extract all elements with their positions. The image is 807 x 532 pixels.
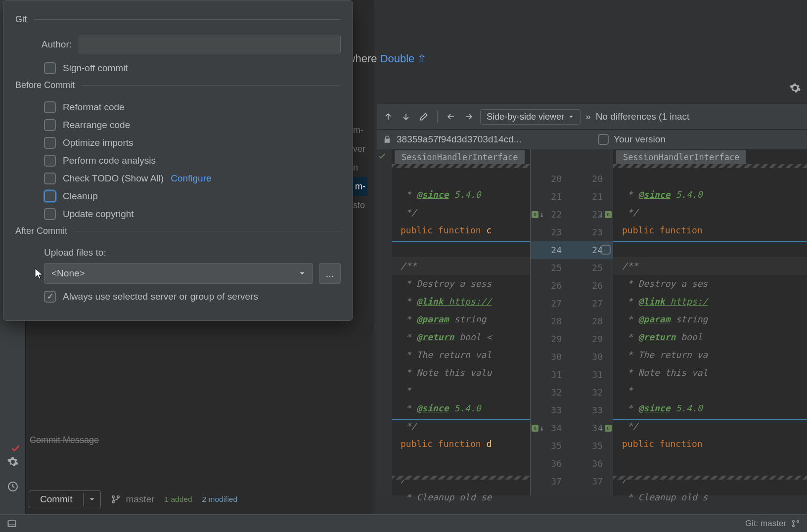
svg-rect-4 xyxy=(8,521,16,527)
diff-line-checkbox[interactable] xyxy=(601,245,611,255)
gutter-line: 23 xyxy=(572,223,613,241)
section-before: Before Commit xyxy=(15,80,341,90)
gear-icon[interactable] xyxy=(789,82,801,94)
viewer-mode-select[interactable]: Side-by-side viewer xyxy=(480,109,581,125)
left-tab[interactable]: SessionHandlerInterface xyxy=(395,150,525,164)
author-input[interactable] xyxy=(79,36,341,53)
code-line: * @link https:// xyxy=(392,293,530,310)
fold-indicator xyxy=(613,164,807,168)
reformat-checkbox[interactable] xyxy=(44,101,56,113)
gutter-line: 22o↓ xyxy=(572,206,613,223)
gutter-line: 37 xyxy=(572,473,613,490)
signoff-checkbox[interactable] xyxy=(44,62,56,74)
always-use-server-label: Always use selected server or group of s… xyxy=(63,291,258,302)
code-line: * Note this val xyxy=(613,364,807,382)
commit-button[interactable]: Commit xyxy=(29,490,101,508)
your-version-checkbox[interactable] xyxy=(598,134,609,145)
gutter-line: 35 xyxy=(572,437,613,455)
svg-point-2 xyxy=(112,501,114,503)
cleanup-label: Cleanup xyxy=(63,191,98,202)
gutter-line: 22o↓ xyxy=(531,206,572,223)
gutter-line: 34o↓ xyxy=(531,419,572,437)
arrow-right-icon[interactable] xyxy=(462,110,475,123)
always-use-server-checkbox[interactable] xyxy=(44,291,56,303)
analysis-checkbox[interactable] xyxy=(44,155,56,167)
code-line: */ xyxy=(392,204,530,222)
analysis-label: Perform code analysis xyxy=(63,155,156,166)
code-line xyxy=(613,453,807,471)
overflow-icon[interactable]: » xyxy=(585,111,591,122)
diff-status-text: No differences (1 inact xyxy=(596,111,690,122)
gutter-line: 25 xyxy=(572,259,613,277)
code-line: /** xyxy=(392,471,530,488)
cleanup-checkbox[interactable] xyxy=(44,190,56,202)
chevron-down-icon[interactable] xyxy=(83,493,100,506)
todo-label: Check TODO (Show All) xyxy=(63,173,164,184)
gutter-line: 21 xyxy=(531,188,572,206)
tool-window-icon[interactable] xyxy=(7,519,17,529)
right-gutter: 202122o↓232425262728293031323334o↓353637 xyxy=(572,149,613,495)
gutter-line: 37 xyxy=(531,473,572,490)
branch-icon[interactable] xyxy=(791,519,800,528)
code-line: * @param string xyxy=(613,310,807,328)
svg-point-6 xyxy=(793,525,795,527)
gutter-line: 32 xyxy=(531,384,572,401)
fold-indicator xyxy=(392,164,530,168)
edit-icon[interactable] xyxy=(417,110,430,123)
gutter-line: 25 xyxy=(531,259,572,277)
copyright-checkbox[interactable] xyxy=(44,208,56,220)
code-line: * Cleanup old s xyxy=(613,488,807,506)
left-check-gutter xyxy=(377,149,392,495)
code-line: * @since 5.4.0 xyxy=(392,186,530,204)
right-code-pane[interactable]: SessionHandlerInterface * @since 5.4.0 *… xyxy=(613,149,807,495)
todo-configure-link[interactable]: Configure xyxy=(171,173,211,184)
revision-hash: 38359a57f94d3d3703d14cd... xyxy=(397,134,522,145)
rearrange-label: Rearrange code xyxy=(63,120,130,131)
gutter-line: 31 xyxy=(531,366,572,384)
svg-point-3 xyxy=(117,496,119,498)
gutter-line: 30 xyxy=(572,348,613,366)
code-line: * @since 5.4.0 xyxy=(392,399,530,417)
arrow-down-icon[interactable] xyxy=(400,110,412,123)
git-status-label[interactable]: Git: master xyxy=(745,519,786,529)
code-line: * Destroy a sess xyxy=(392,275,530,293)
gutter-line: 30 xyxy=(531,348,572,366)
gutter-line: 32 xyxy=(572,384,613,401)
gutter-line: 20 xyxy=(572,170,613,188)
history-icon[interactable] xyxy=(7,481,19,492)
rearrange-checkbox[interactable] xyxy=(44,119,56,131)
code-line: * @since 5.4.0 xyxy=(613,399,807,417)
revision-row: 38359a57f94d3d3703d14cd... Your version xyxy=(377,130,807,149)
left-code-pane[interactable]: SessionHandlerInterface * @since 5.4.0 *… xyxy=(392,149,530,495)
commit-options-popup: Git Author: Sign-off commit Before Commi… xyxy=(3,0,353,321)
diff-toolbar: Side-by-side viewer » No differences (1 … xyxy=(377,104,807,130)
optimize-checkbox[interactable] xyxy=(44,137,56,149)
upload-browse-button[interactable]: ... xyxy=(319,263,341,284)
todo-checkbox[interactable] xyxy=(44,173,56,184)
branch-name: master xyxy=(126,494,154,505)
modified-count: 2 modified xyxy=(202,495,238,504)
signoff-label: Sign-off commit xyxy=(63,63,128,74)
reformat-label: Reformat code xyxy=(63,102,125,113)
gutter-line: 34o↓ xyxy=(572,419,613,437)
gear-icon[interactable] xyxy=(7,456,19,468)
svg-point-7 xyxy=(797,520,799,522)
your-version-label: Your version xyxy=(614,134,666,145)
gutter-line: 36 xyxy=(531,455,572,473)
gutter-line: 36 xyxy=(572,455,613,473)
left-gutter: 202122o↓232425262728293031323334o↓353637 xyxy=(530,149,572,495)
code-line: public function d xyxy=(392,435,530,453)
upload-target-select[interactable]: <None> xyxy=(44,263,313,284)
gutter-line: 26 xyxy=(531,277,572,295)
code-line: public function xyxy=(613,222,807,239)
arrow-left-icon[interactable] xyxy=(445,110,457,123)
code-line: * @since 5.4.0 xyxy=(613,186,807,204)
gutter-line: 29 xyxy=(531,330,572,348)
right-tab[interactable]: SessionHandlerInterface xyxy=(616,150,746,164)
code-line: * xyxy=(613,382,807,399)
commit-bottom-row: Commit master 1 added 2 modified xyxy=(29,490,237,508)
arrow-up-icon[interactable] xyxy=(382,110,395,123)
copyright-label: Update copyright xyxy=(63,209,134,220)
code-line: * @return bool xyxy=(613,328,807,346)
gutter-line: 26 xyxy=(572,277,613,295)
